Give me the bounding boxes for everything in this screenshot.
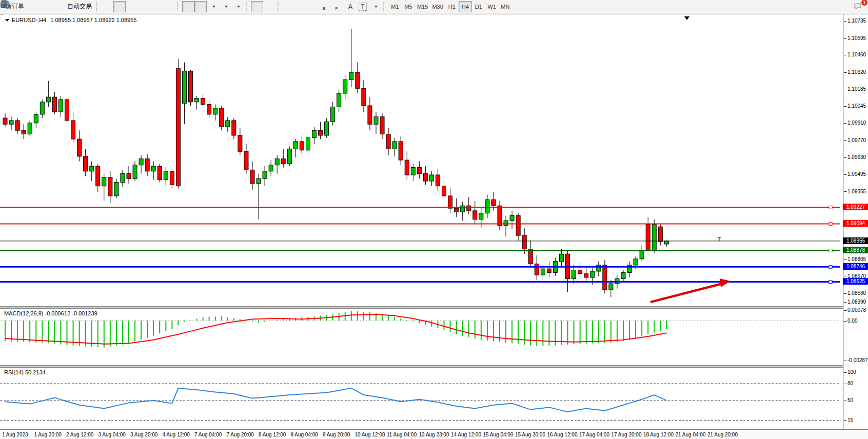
auto-scroll-button[interactable] (182, 1, 194, 12)
candle-body (306, 138, 310, 150)
date-axis[interactable]: 1 Aug 20231 Aug 20:002 Aug 12:003 Aug 04… (0, 429, 868, 439)
date-label: 7 Aug 20:00 (227, 432, 254, 437)
candle-body (331, 107, 335, 122)
timeframe-m1-button[interactable]: M1 (388, 1, 402, 12)
price-tick: 1.08390 (844, 299, 866, 305)
price-tick: 1.10595 (844, 35, 866, 41)
line-handle[interactable] (829, 249, 832, 252)
candlestick-chart-button[interactable] (113, 1, 126, 12)
candle-body (40, 102, 44, 114)
candle-body (423, 174, 427, 181)
candle-body (226, 121, 230, 127)
timeframe-m30-button[interactable]: M30 (430, 1, 445, 12)
timeframe-mn-button[interactable]: MN (499, 1, 512, 12)
horizontal-line-tool-button[interactable] (295, 1, 307, 12)
chart-title: EURUSD-,H4 1.08955 1.08957 1.08922 1.089… (5, 17, 136, 23)
timeframe-h4-button[interactable]: H4 (459, 1, 472, 12)
timeframe-d1-button[interactable]: D1 (472, 1, 485, 12)
arrow-annotation[interactable] (650, 284, 722, 302)
macd-pane[interactable]: MACD(12,26,9) -0.000612 -0.001239 (0, 309, 868, 365)
candle-body (293, 142, 298, 149)
candle-body (485, 199, 489, 213)
templates-dropdown-button[interactable] (231, 1, 244, 12)
date-label: 2 Aug 12:00 (66, 432, 93, 437)
timeframe-m5-button[interactable]: M5 (402, 1, 415, 12)
candle-body (461, 206, 465, 212)
candle-body (77, 139, 82, 156)
candle-body (455, 208, 459, 212)
line-chart-button[interactable] (126, 1, 138, 12)
candle-body (343, 79, 347, 93)
candle-body (34, 114, 38, 123)
channel-letter: E (323, 6, 325, 11)
line-handle[interactable] (829, 265, 832, 268)
candle-body (498, 206, 502, 226)
equidistant-channel-tool-button[interactable]: E (320, 1, 332, 12)
line-handle[interactable] (829, 280, 832, 283)
indicators-dropdown-button[interactable] (207, 1, 219, 12)
cursor-button[interactable] (251, 1, 263, 12)
layers-button[interactable] (26, 1, 38, 12)
timeframe-h1-button[interactable]: H1 (445, 1, 459, 12)
price-tick: 80 (844, 381, 853, 386)
timeframe-w1-button[interactable]: W1 (485, 1, 499, 12)
toolbar-gripper (246, 2, 249, 11)
date-label: 9 Aug 04:00 (291, 432, 318, 437)
candle-body (269, 165, 273, 171)
text-tool-button[interactable]: A (344, 1, 357, 12)
periods-dropdown-button[interactable] (219, 1, 231, 12)
profile-button[interactable] (38, 1, 51, 12)
price-line-tag: 1.08955 (843, 237, 868, 244)
candle-body (201, 98, 205, 105)
rsi-chart[interactable] (0, 368, 843, 429)
text-label-tool-button[interactable]: T (357, 1, 369, 12)
scroll-marker-icon (684, 16, 689, 20)
notifications-button[interactable]: 1 (853, 1, 865, 12)
bar-chart-button[interactable] (101, 1, 113, 12)
candle-body (139, 159, 143, 165)
candle-body (325, 122, 329, 135)
timeframe-m15-button[interactable]: M15 (415, 1, 430, 12)
symbol-collapse-icon[interactable] (5, 19, 9, 24)
vertical-line-tool-button[interactable] (283, 1, 295, 12)
auto-trading-button[interactable]: 自动交易 (63, 1, 94, 12)
main-chart-pane[interactable]: T EURUSD-,H4 1.08955 1.08957 1.08922 1.0… (0, 15, 868, 306)
candle-body (28, 123, 32, 134)
tile-windows-button[interactable] (163, 1, 175, 12)
candlestick-chart[interactable]: T (0, 15, 843, 306)
price-line-tag: 1.08625 (843, 278, 868, 285)
candle-body (547, 269, 551, 272)
candle-body (319, 130, 323, 135)
price-tick: 0.00 (844, 318, 857, 324)
zoom-out-button[interactable] (150, 1, 163, 12)
candle-body (220, 108, 224, 127)
search-button[interactable] (840, 1, 853, 12)
candle-body (170, 171, 174, 185)
arrows-dropdown-button[interactable] (369, 1, 381, 12)
chart-shift-button[interactable] (194, 1, 207, 12)
candle-body (356, 72, 360, 88)
line-handle[interactable] (829, 222, 832, 225)
line-handle[interactable] (829, 206, 832, 209)
candle-body (195, 98, 199, 102)
candle-body (312, 130, 317, 137)
crosshair-button[interactable] (263, 1, 275, 12)
candle-body (374, 117, 378, 124)
macd-chart[interactable] (0, 309, 843, 365)
candle-body (263, 171, 267, 178)
label-tool-icon: T (359, 3, 366, 11)
candle-body (448, 196, 452, 208)
date-label: 1 Aug 20:00 (34, 432, 62, 437)
zoom-in-button[interactable] (138, 1, 150, 12)
fibo-letter: F (336, 6, 338, 11)
fibonacci-tool-button[interactable]: F (332, 1, 344, 12)
candle-body (176, 69, 180, 186)
price-tick: 1.09630 (844, 154, 866, 160)
trendline-tool-button[interactable] (307, 1, 320, 12)
rsi-pane[interactable]: RSI(14) 50.2134 (0, 368, 868, 429)
candle-body (467, 206, 471, 211)
date-label: 4 Aug 12:00 (163, 432, 190, 437)
signal-button[interactable] (51, 1, 63, 12)
candle-body (429, 175, 433, 181)
candle-body (504, 221, 508, 226)
